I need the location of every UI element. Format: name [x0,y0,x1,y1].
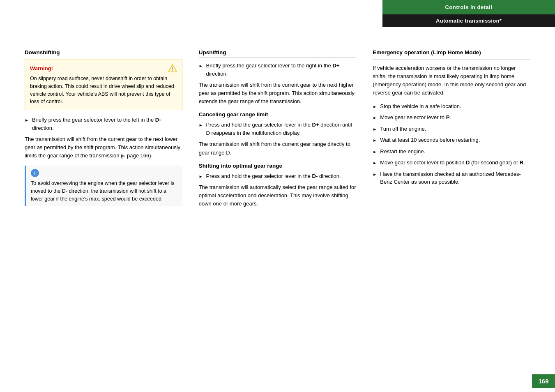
canceling-bullet: ► Press and hold the gear selector lever… [199,121,357,137]
emergency-bullet-2: ► Turn off the engine. [373,125,530,133]
emergency-bullet-3: ► Wait at least 10 seconds before restar… [373,136,530,144]
bullet-arrow-icon: ► [373,171,377,178]
header-bar: Controls in detail Automatic transmissio… [382,0,555,27]
emergency-bullet-text-1: Move gear selector lever to P. [380,113,530,122]
emergency-bullet-0: ► Stop the vehicle in a safe location. [373,102,530,111]
col-downshifting: Downshifting Warning! ! On slippery road… [25,49,182,367]
section-divider [373,60,530,60]
optimal-para: The transmission will automatically sele… [199,183,357,208]
info-circle-icon: i [31,169,39,177]
optimal-bullet: ► Press and hold the gear selector lever… [199,172,357,180]
optimal-title: Shifting into optimal gear range [199,163,357,169]
emergency-bullet-text-5: Move gear selector lever to position D (… [380,159,530,167]
warning-box: Warning! ! On slippery road surfaces, ne… [25,60,182,110]
upshift-bullet: ► Briefly press the gear selector lever … [199,62,357,78]
warning-header: Warning! ! [30,64,177,72]
emergency-bullet-text-6: Have the transmission checked at an auth… [380,170,530,186]
content-area: Downshifting Warning! ! On slippery road… [25,49,530,367]
emergency-bullet-6: ► Have the transmission checked at an au… [373,170,530,186]
emergency-bullet-text-2: Turn off the engine. [380,125,530,133]
optimal-bullet-text: Press and hold the gear selector lever i… [206,172,357,180]
bullet-arrow-icon: ► [25,117,29,123]
emergency-bullet-text-4: Restart the engine. [380,148,530,156]
emergency-bullet-text-0: Stop the vehicle in a safe location. [380,102,530,111]
downshift-para: The transmission will shift from the cur… [25,135,182,160]
bullet-arrow-icon: ► [199,173,203,180]
bullet-arrow-icon: ► [373,115,377,121]
emergency-intro: If vehicle acceleration worsens or the t… [373,64,530,97]
bullet-arrow-icon: ► [199,63,203,69]
bullet-arrow-icon: ► [373,160,377,166]
emergency-bullet-4: ► Restart the engine. [373,148,530,156]
canceling-title: Canceling gear range limit [199,111,357,118]
bullet-arrow-icon: ► [373,104,377,110]
emergency-title: Emergency operation (Limp Home Mode) [373,49,530,55]
bullet-arrow-icon: ► [373,149,377,155]
warning-triangle-icon: ! [168,64,177,72]
svg-text:!: ! [172,67,173,71]
emergency-bullet-5: ► Move gear selector lever to position D… [373,159,530,167]
col-upshifting: Upshifting ► Briefly press the gear sele… [199,49,357,367]
upshift-para: The transmission will shift from the cur… [199,81,357,106]
page-container: Controls in detail Automatic transmissio… [0,0,555,392]
bullet-arrow-icon: ► [373,137,377,143]
downshift-bullet: ► Briefly press the gear selector lever … [25,116,182,132]
info-text: To avoid overrevving the engine when the… [31,180,177,203]
downshifting-title: Downshifting [25,49,182,55]
emergency-bullet-text-3: Wait at least 10 seconds before restarti… [380,136,530,144]
emergency-bullet-1: ► Move gear selector lever to P. [373,113,530,122]
automatic-transmission-label: Automatic transmission* [382,14,555,27]
controls-in-detail-label: Controls in detail [382,0,555,14]
col-emergency: Emergency operation (Limp Home Mode) If … [373,49,530,367]
bullet-arrow-icon: ► [373,126,377,132]
upshifting-title: Upshifting [199,49,357,58]
canceling-para: The transmission will shift from the cur… [199,140,357,157]
upshift-bullet-text: Briefly press the gear selector lever to… [206,62,357,78]
page-number: 169 [532,374,555,388]
downshift-bullet-text: Briefly press the gear selector lever to… [32,116,182,132]
canceling-bullet-text: Press and hold the gear selector lever i… [206,121,357,137]
info-box: i To avoid overrevving the engine when t… [25,166,182,206]
warning-text: On slippery road surfaces, never downshi… [30,75,177,106]
warning-label: Warning! [30,65,53,71]
bullet-arrow-icon: ► [199,122,203,128]
